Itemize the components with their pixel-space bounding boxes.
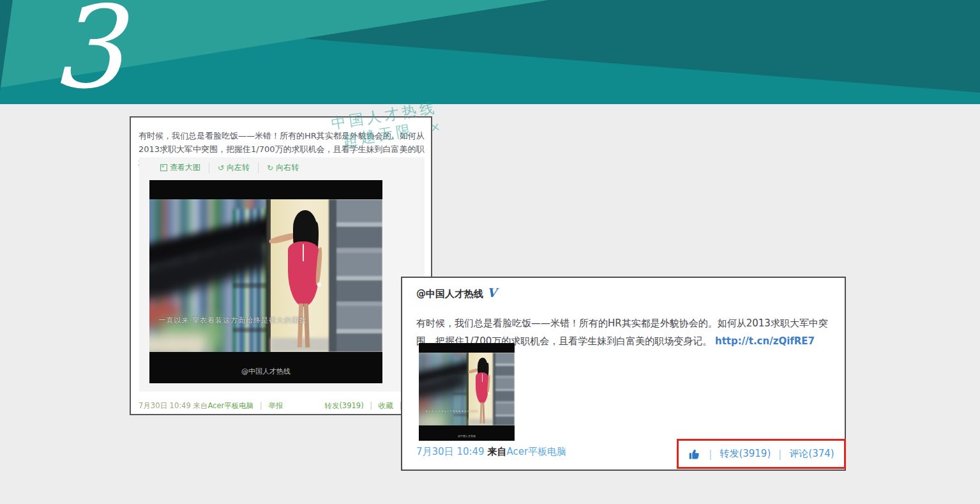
figure-leg: [479, 402, 482, 424]
chapter-number: 3: [51, 0, 123, 105]
zoomed-post-panel: @中国人才热线V 有时候，我们总是看脸吃饭——米错！所有的HR其实都是外貌协会的…: [401, 277, 846, 471]
zoomed-comment-link[interactable]: 评论(374): [789, 448, 834, 460]
author-name[interactable]: @中国人才热线: [416, 288, 483, 300]
blurred-book-blob-3: [149, 333, 207, 352]
post-date: 7月30日 10:49: [139, 401, 191, 410]
separator: |: [709, 448, 712, 460]
video-caption: @中国人才热线: [149, 367, 382, 376]
image-viewer-box: 查看大图 ↺ 向左转 ↻ 向右转: [139, 157, 425, 392]
chapter-banner: 3: [0, 0, 980, 104]
figure-leg: [297, 303, 303, 347]
video-frame[interactable]: 一直以来 穿衣着装这方面始终是很大的困扰 @中国人才热线: [149, 180, 382, 383]
video-picture: 一直以来 穿衣着装这方面始终是很大的困扰: [149, 199, 382, 352]
post-source-link[interactable]: Acer平板电脑: [207, 401, 253, 410]
favorite-link[interactable]: 收藏: [379, 401, 393, 410]
verified-badge-icon: V: [487, 286, 497, 300]
figure-watch: [317, 282, 321, 287]
post-source-prefix: 来自: [193, 401, 207, 410]
post-meta-row: 7月30日 10:49 来自Acer平板电脑 | 举报 转发(3919) | 收…: [139, 401, 423, 411]
thumbs-up-icon[interactable]: [688, 448, 701, 461]
video-thumbnail[interactable]: 一直以来 穿衣着装这方面始终是很大的困扰 @中国人才热线: [419, 343, 515, 441]
author-row: @中国人才热线V: [416, 286, 497, 300]
view-large-icon: [160, 164, 167, 171]
image-toolbar: 查看大图 ↺ 向左转 ↻ 向右转: [152, 162, 307, 173]
view-large-button[interactable]: 查看大图: [152, 162, 209, 173]
post-meta-left: 7月30日 10:49 来自Acer平板电脑 | 举报: [139, 401, 283, 411]
video-caption-small: @中国人才热线: [419, 434, 515, 438]
zoomed-repost-link[interactable]: 转发(3919): [720, 448, 771, 460]
woman-figure: [474, 358, 494, 426]
video-picture-small: 一直以来 穿衣着装这方面始终是很大的困扰: [419, 353, 515, 426]
figure-watch: [488, 392, 490, 394]
separator: |: [370, 401, 372, 410]
rotate-right-button[interactable]: ↻ 向右转: [258, 162, 307, 173]
zoomed-source-link[interactable]: Acer平板电脑: [506, 446, 566, 457]
rotate-right-icon: ↻: [267, 164, 273, 172]
separator: |: [260, 401, 262, 410]
blurred-book-blob-3: [419, 417, 443, 426]
figure-leg-2: [304, 303, 310, 347]
report-link[interactable]: 举报: [268, 401, 283, 410]
weibo-post-panel: 有时候，我们总是看脸吃饭——米错！所有的HR其实都是外貌协会的。如何从2013求…: [130, 116, 432, 415]
woman-figure: [282, 210, 331, 352]
figure-leg-2: [482, 402, 485, 424]
rotate-left-icon: ↺: [218, 164, 224, 172]
zoomed-post-date: 7月30日 10:49: [416, 446, 485, 457]
repost-link[interactable]: 转发(3919): [324, 401, 363, 410]
separator: |: [778, 448, 781, 460]
figure-dress-zipper: [482, 374, 483, 382]
figure-dress-zipper: [303, 244, 304, 261]
video-subtitle-small: 一直以来 穿衣着装这方面始终是很大的困扰: [423, 410, 507, 413]
red-highlight-box: | 转发(3919) | 评论(374): [677, 439, 846, 469]
bookshelf-right: [493, 353, 515, 426]
rotate-left-button[interactable]: ↺ 向左转: [209, 162, 258, 173]
bookshelf-right: [329, 199, 382, 352]
zoomed-meta-left: 7月30日 10:49 来自Acer平板电脑: [416, 446, 566, 458]
video-subtitle: 一直以来 穿衣着装这方面始终是很大的困扰: [159, 316, 364, 325]
post-link-zoomed[interactable]: http://t.cn/zQifRE7: [715, 335, 815, 347]
zoomed-source-prefix: 来自: [487, 446, 506, 457]
page: 3 中国人才热线 超越无限× 有时候，我们总是看脸吃饭——米错！所有的HR其实都…: [0, 0, 980, 504]
